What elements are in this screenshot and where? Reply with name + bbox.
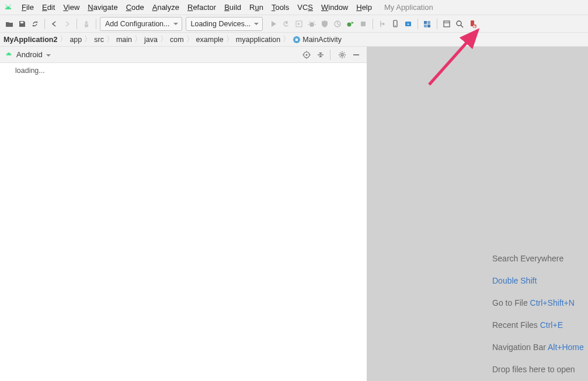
gear-icon[interactable] [336, 49, 348, 61]
menu-file[interactable]: File [18, 0, 38, 15]
menubar: File Edit View Navigate Code Analyze Ref… [0, 0, 588, 15]
run-config-label: Add Configuration... [105, 20, 170, 28]
svg-rect-17 [424, 21, 427, 24]
menu-analyze[interactable]: Analyze [148, 0, 183, 15]
chevron-right-icon: 〉 [84, 34, 92, 44]
menu-code[interactable]: Code [122, 0, 148, 15]
svg-line-9 [309, 21, 310, 22]
svg-point-23 [457, 21, 461, 26]
hint-recent: Recent Files Ctrl+E [492, 314, 588, 336]
menu-window[interactable]: Window [317, 0, 352, 15]
updates-icon[interactable] [467, 18, 478, 30]
loading-text: loading... [15, 67, 45, 75]
coverage-icon[interactable] [319, 18, 330, 30]
hint-goto-file: Go to File Ctrl+Shift+N [492, 292, 588, 314]
open-icon[interactable] [4, 18, 15, 30]
menu-edit[interactable]: Edit [38, 0, 59, 15]
breadcrumb-item[interactable]: src [94, 36, 104, 44]
chevron-down-icon [173, 20, 178, 28]
hint-navbar: Navigation Bar Alt+Home [492, 336, 588, 358]
svg-point-29 [10, 53, 11, 54]
menu-navigate[interactable]: Navigate [83, 0, 121, 15]
separator [76, 19, 77, 29]
svg-point-6 [309, 22, 314, 27]
panel-body: loading... [0, 63, 367, 381]
editor-hints: Search Everywhere Double Shift Go to Fil… [492, 247, 588, 380]
panel-header: Android [0, 47, 367, 63]
editor-area[interactable]: Search Everywhere Double Shift Go to Fil… [367, 47, 588, 381]
separator [437, 19, 437, 29]
chevron-right-icon: 〉 [106, 34, 114, 44]
devices-label: Loading Devices... [191, 20, 251, 28]
android-logo-icon [5, 50, 13, 60]
layout-inspector-icon[interactable] [441, 18, 453, 30]
android-logo-icon [4, 3, 13, 12]
menu-help[interactable]: Help [352, 0, 376, 15]
menu-tools[interactable]: Tools [267, 0, 293, 15]
svg-point-15 [395, 25, 396, 26]
separator [373, 19, 373, 29]
chevron-right-icon: 〉 [283, 34, 290, 44]
menu-vcs[interactable]: VCS [293, 0, 317, 15]
hint-drop: Drop files here to open [492, 358, 588, 380]
search-icon[interactable] [454, 18, 465, 30]
select-opened-file-icon[interactable] [301, 49, 312, 61]
separator [96, 19, 96, 29]
breadcrumb-item[interactable]: java [144, 36, 158, 44]
menu-run[interactable]: Run [245, 0, 267, 15]
project-name: My Application [384, 3, 433, 12]
svg-rect-18 [427, 21, 430, 24]
breadcrumb-item[interactable]: main [116, 36, 132, 44]
menu-view[interactable]: View [59, 0, 83, 15]
workarea: Android loading... Search Everywhere Dou… [0, 47, 588, 381]
svg-point-1 [9, 7, 11, 8]
breadcrumb-item[interactable]: com [170, 36, 184, 44]
hide-icon[interactable] [350, 49, 362, 61]
apply-changes-icon[interactable] [280, 18, 292, 30]
svg-rect-21 [444, 21, 450, 27]
devices-combo[interactable]: Loading Devices... [186, 17, 263, 31]
chevron-right-icon: 〉 [134, 34, 142, 44]
svg-rect-19 [424, 25, 427, 27]
panel-title[interactable]: Android [16, 50, 43, 59]
menu-refactor[interactable]: Refactor [183, 0, 220, 15]
sdk-manager-icon[interactable] [402, 18, 414, 30]
avd-manager-icon[interactable] [389, 18, 401, 30]
attach-debugger-icon[interactable] [345, 18, 356, 30]
profile-icon[interactable] [332, 18, 343, 30]
stop-icon[interactable] [357, 18, 369, 30]
collapse-all-icon[interactable] [315, 49, 326, 61]
build-icon[interactable] [81, 18, 92, 30]
svg-line-24 [461, 25, 463, 27]
breadcrumb-item[interactable]: example [196, 36, 224, 44]
run-config-combo[interactable]: Add Configuration... [100, 17, 182, 31]
svg-rect-13 [361, 22, 366, 26]
separator [330, 50, 330, 60]
vcs-icon[interactable] [377, 18, 388, 30]
chevron-right-icon: 〉 [226, 34, 234, 44]
resource-manager-icon[interactable] [422, 18, 433, 30]
svg-point-0 [6, 7, 8, 8]
svg-line-2 [6, 5, 7, 6]
svg-point-12 [347, 22, 352, 26]
run-icon[interactable] [267, 18, 279, 30]
chevron-down-icon[interactable] [46, 50, 51, 60]
breadcrumb-bar: MyApplication2 〉 app 〉 src 〉 main 〉 java… [0, 33, 588, 47]
svg-point-31 [306, 54, 308, 55]
breadcrumb-item[interactable]: app [69, 36, 82, 44]
svg-rect-20 [427, 25, 430, 27]
debug-icon[interactable] [306, 18, 318, 30]
svg-point-37 [341, 54, 343, 56]
forward-icon[interactable] [61, 18, 73, 30]
apply-code-icon[interactable] [293, 18, 305, 30]
breadcrumb-item[interactable]: MainActivity [293, 36, 342, 44]
sync-icon[interactable] [29, 18, 41, 30]
back-icon[interactable] [48, 18, 60, 30]
chevron-right-icon: 〉 [186, 34, 194, 44]
svg-rect-4 [20, 22, 23, 23]
breadcrumb-item[interactable]: myapplication [236, 36, 280, 44]
svg-line-10 [314, 21, 315, 22]
menu-build[interactable]: Build [220, 0, 245, 15]
save-icon[interactable] [16, 18, 28, 30]
breadcrumb-item[interactable]: MyApplication2 [4, 36, 57, 44]
